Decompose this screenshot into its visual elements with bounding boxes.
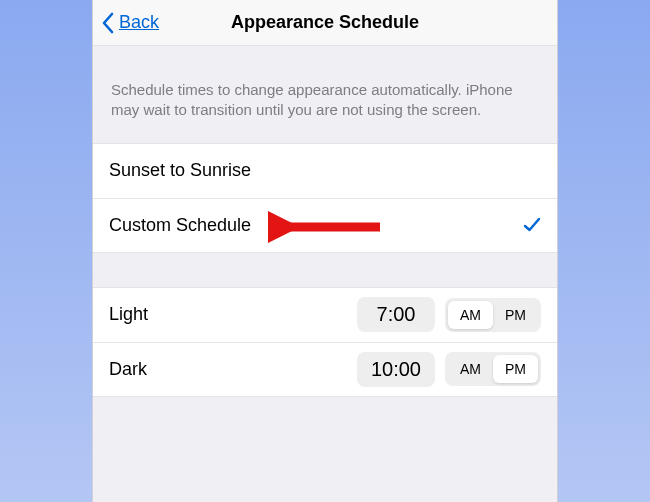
option-label: Sunset to Sunrise <box>109 160 541 181</box>
dark-label: Dark <box>109 359 357 380</box>
section-description: Schedule times to change appearance auto… <box>93 46 557 143</box>
dark-pm-segment[interactable]: PM <box>493 355 538 383</box>
light-ampm-toggle[interactable]: AM PM <box>445 298 541 332</box>
nav-bar: Back Appearance Schedule <box>93 0 557 46</box>
back-label: Back <box>119 12 159 33</box>
page-title: Appearance Schedule <box>231 12 419 33</box>
schedule-mode-group: Sunset to Sunrise Custom Schedule <box>93 143 557 253</box>
light-pm-segment[interactable]: PM <box>493 301 538 329</box>
option-custom-schedule[interactable]: Custom Schedule <box>93 198 557 252</box>
option-label: Custom Schedule <box>109 215 523 236</box>
settings-screen: Back Appearance Schedule Schedule times … <box>92 0 558 502</box>
light-label: Light <box>109 304 357 325</box>
back-button[interactable]: Back <box>101 12 159 34</box>
dark-time-picker[interactable]: 10:00 <box>357 352 435 387</box>
section-spacer <box>93 253 557 287</box>
dark-ampm-toggle[interactable]: AM PM <box>445 352 541 386</box>
dark-am-segment[interactable]: AM <box>448 355 493 383</box>
checkmark-icon <box>523 216 541 234</box>
option-sunset-to-sunrise[interactable]: Sunset to Sunrise <box>93 144 557 198</box>
dark-time-row: Dark 10:00 AM PM <box>93 342 557 396</box>
chevron-left-icon <box>101 12 115 34</box>
time-group: Light 7:00 AM PM Dark 10:00 AM PM <box>93 287 557 397</box>
light-time-picker[interactable]: 7:00 <box>357 297 435 332</box>
light-am-segment[interactable]: AM <box>448 301 493 329</box>
light-time-row: Light 7:00 AM PM <box>93 288 557 342</box>
